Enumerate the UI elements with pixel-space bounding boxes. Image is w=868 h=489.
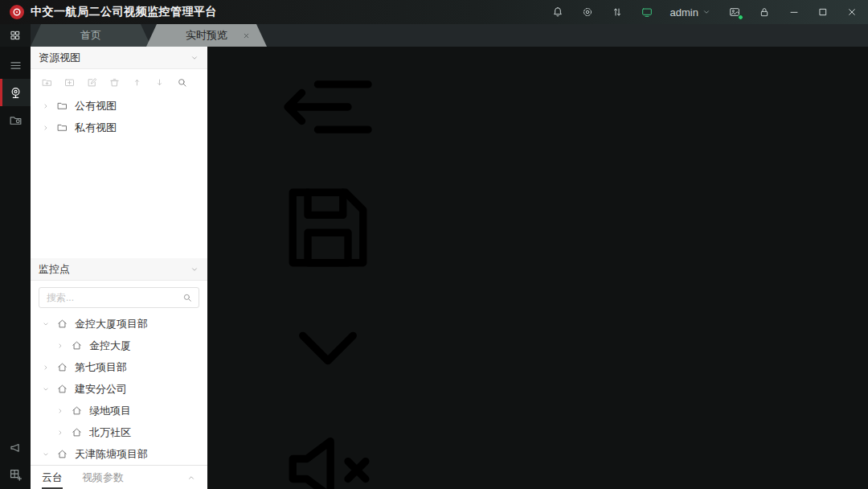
add-view-icon[interactable] <box>63 76 76 88</box>
close-button[interactable] <box>845 6 858 18</box>
strip-spacer <box>0 134 31 434</box>
video-wall-icon[interactable] <box>641 6 653 18</box>
left-icon-strip <box>0 47 31 489</box>
site-icon <box>71 405 83 417</box>
chevron-down-icon <box>207 288 448 409</box>
tree-item-label: 北万社区 <box>89 425 131 440</box>
search-box <box>31 281 207 313</box>
tree-item-lvdi-project[interactable]: 绿地项目 <box>31 400 207 421</box>
site-icon <box>56 383 68 395</box>
lock-icon[interactable] <box>758 6 771 18</box>
folder-icon <box>56 121 68 134</box>
chevron-right-icon[interactable] <box>56 429 64 437</box>
app-title: 中交一航局二公司视频监控管理平台 <box>31 5 217 19</box>
delete-icon[interactable] <box>108 76 121 88</box>
tree-item-label: 第七项目部 <box>75 360 127 375</box>
tree-item-label: 天津陈塘项目部 <box>75 447 148 462</box>
chevron-down-icon <box>702 7 711 17</box>
settings-gear-icon[interactable] <box>581 6 594 18</box>
camera-view-icon[interactable] <box>0 79 31 106</box>
app-logo-icon <box>10 5 24 19</box>
snapshot-status-icon[interactable] <box>728 6 741 18</box>
move-down-icon[interactable] <box>154 76 166 88</box>
mute-all-icon[interactable] <box>207 409 448 489</box>
tab-live-preview[interactable]: 实时预览 <box>146 24 267 47</box>
tree-item-label: 金控大厦项目部 <box>75 317 148 331</box>
content-area: 2019年11月25日 星期一 08:14:27 二公司陈塘1 2019年11月… <box>207 47 868 489</box>
resource-view-header[interactable]: 资源视图 <box>31 47 207 69</box>
site-icon <box>56 318 68 330</box>
titlebar: 中交一航局二公司视频监控管理平台 admin <box>0 0 868 24</box>
monitor-points-header[interactable]: 监控点 <box>31 258 207 281</box>
site-icon <box>71 339 83 351</box>
tab-close-icon[interactable] <box>242 31 251 40</box>
tree-item-label: 金控大厦 <box>89 339 131 353</box>
search-input[interactable] <box>39 287 199 308</box>
monitor-points-title: 监控点 <box>39 262 70 277</box>
chevron-down-icon[interactable] <box>190 265 199 274</box>
tree-item-label: 绿地项目 <box>89 404 131 418</box>
edit-icon[interactable] <box>86 76 98 88</box>
save-view-icon <box>207 167 448 288</box>
announce-icon[interactable] <box>0 434 31 462</box>
tab-ptz[interactable]: 云台 <box>42 466 63 489</box>
monitor-points-panel: 监控点 金控大厦项目部 金控大厦 <box>31 258 207 465</box>
site-icon <box>56 448 68 460</box>
collapse-panel-button[interactable] <box>186 466 196 489</box>
tree-item-label: 公有视图 <box>75 99 117 113</box>
site-icon <box>56 361 68 373</box>
tab-home-label: 首页 <box>80 28 101 43</box>
save-view-button[interactable] <box>207 167 868 409</box>
tab-home[interactable]: 首页 <box>31 24 151 47</box>
apps-grid-icon[interactable] <box>0 24 31 47</box>
wall-layout-icon[interactable] <box>0 462 31 489</box>
tree-item-public-views[interactable]: 公有视图 <box>31 95 207 117</box>
folder-icon <box>56 100 68 112</box>
menu-icon[interactable] <box>0 51 31 79</box>
app-window: 中交一航局二公司视频监控管理平台 admin 首页 实时预览 <box>0 0 868 489</box>
tree-item-beiwan-community[interactable]: 北万社区 <box>31 421 207 443</box>
chevron-right-icon[interactable] <box>42 124 50 132</box>
stream-list-icon[interactable] <box>207 47 448 167</box>
tree-item-label: 私有视图 <box>75 121 117 135</box>
chevron-right-icon[interactable] <box>42 102 50 110</box>
resource-folder-icon[interactable] <box>0 106 31 134</box>
tree-item-private-views[interactable]: 私有视图 <box>31 117 207 138</box>
tab-bar: 首页 实时预览 <box>0 24 868 47</box>
swap-vertical-icon[interactable] <box>611 6 624 18</box>
tree-item-label: 建安分公司 <box>75 382 127 397</box>
online-status-dot <box>738 14 743 20</box>
site-icon <box>71 426 83 438</box>
tab-video-params[interactable]: 视频参数 <box>82 466 124 489</box>
tab-live-preview-label: 实时预览 <box>186 28 227 43</box>
bell-icon[interactable] <box>551 6 564 18</box>
resource-toolbar <box>31 69 207 95</box>
tree-item-jianan-branch[interactable]: 建安分公司 <box>31 378 207 400</box>
minimize-button[interactable] <box>788 6 800 18</box>
move-up-icon[interactable] <box>131 76 143 88</box>
chevron-right-icon[interactable] <box>56 407 64 415</box>
chevron-down-icon[interactable] <box>42 320 50 328</box>
maximize-button[interactable] <box>817 6 829 18</box>
add-folder-icon[interactable] <box>41 76 53 88</box>
bottom-toolbar <box>207 47 868 489</box>
chevron-up-icon <box>186 473 196 483</box>
resource-view-title: 资源视图 <box>39 51 80 65</box>
tree-item-jinkong-project[interactable]: 金控大厦项目部 <box>31 313 207 335</box>
tree-item-jinkong-tower[interactable]: 金控大厦 <box>31 335 207 356</box>
sidebar: 资源视图 公有视图 私有视图 <box>31 47 207 489</box>
chevron-down-icon[interactable] <box>42 450 50 458</box>
sidebar-bottom-tabs: 云台 视频参数 <box>31 465 207 489</box>
chevron-down-icon[interactable] <box>42 385 50 393</box>
username: admin <box>670 6 698 18</box>
chevron-down-icon[interactable] <box>190 53 199 63</box>
search-icon[interactable] <box>176 76 188 88</box>
chevron-right-icon[interactable] <box>56 342 64 350</box>
search-icon[interactable] <box>182 292 193 303</box>
user-menu[interactable]: admin <box>670 6 711 18</box>
tree-item-seventh-project[interactable]: 第七项目部 <box>31 356 207 378</box>
chevron-right-icon[interactable] <box>42 364 50 372</box>
tree-item-tianjin-chentang[interactable]: 天津陈塘项目部 <box>31 443 207 465</box>
